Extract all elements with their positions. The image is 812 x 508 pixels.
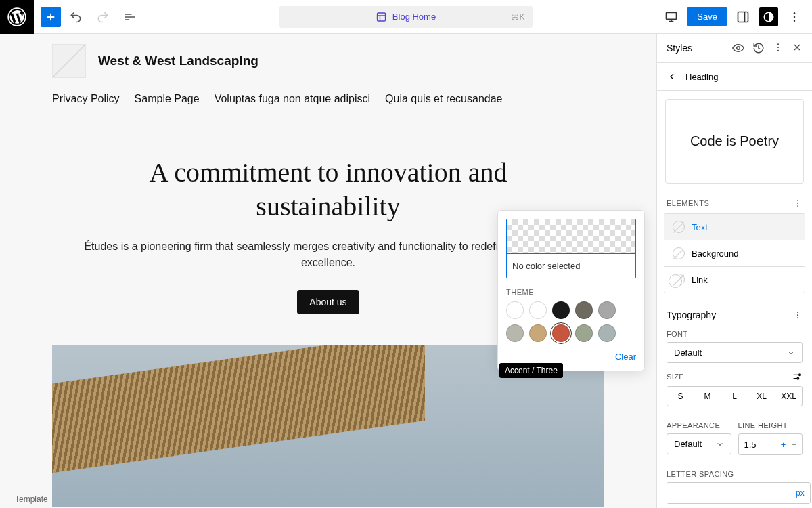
document-overview-button[interactable] <box>118 5 142 29</box>
site-logo-placeholder[interactable] <box>52 44 86 78</box>
typography-controls: FONT Default SIZE S M L XL XXL APPEARANC… <box>657 330 812 508</box>
element-text[interactable]: Text <box>664 214 805 240</box>
elements-label: ELEMENTS <box>667 199 709 207</box>
chevron-down-icon <box>716 440 724 448</box>
close-icon <box>792 42 803 53</box>
size-xxl[interactable]: XXL <box>775 387 802 406</box>
swatch[interactable] <box>552 301 570 319</box>
swatch[interactable] <box>575 301 593 319</box>
svg-point-7 <box>794 20 796 22</box>
nav-item[interactable]: Voluptas fuga non atque adipisci <box>215 93 370 105</box>
add-block-button[interactable] <box>41 7 61 27</box>
svg-point-18 <box>799 374 801 376</box>
back-button[interactable] <box>667 71 677 82</box>
size-buttons: S M L XL XXL <box>667 386 803 406</box>
size-l[interactable]: L <box>721 387 748 406</box>
element-background[interactable]: Background <box>664 240 805 266</box>
svg-point-5 <box>794 12 796 14</box>
svg-point-13 <box>797 203 798 204</box>
size-m[interactable]: M <box>694 387 721 406</box>
list-icon <box>123 10 137 24</box>
swatch[interactable] <box>506 324 524 342</box>
swatch[interactable] <box>598 324 616 342</box>
svg-point-6 <box>794 16 796 18</box>
chevron-left-icon <box>667 71 677 82</box>
appearance-select[interactable]: Default <box>667 433 731 454</box>
preview-text: Code is Poetry <box>690 133 779 149</box>
redo-icon <box>96 10 110 24</box>
letterspacing-unit[interactable]: px <box>790 483 810 503</box>
color-preview[interactable]: No color selected <box>506 219 636 278</box>
lineheight-increment[interactable]: + <box>778 440 789 450</box>
size-settings-button[interactable] <box>792 371 803 382</box>
svg-point-19 <box>797 377 799 379</box>
sidebar-breadcrumb: Heading <box>657 63 812 91</box>
site-header: West & West Landscaping <box>0 44 656 78</box>
nav-item[interactable]: Privacy Policy <box>52 93 120 105</box>
breadcrumb-label: Heading <box>685 72 718 82</box>
elements-more-button[interactable] <box>793 198 803 208</box>
nav-item[interactable]: Sample Page <box>135 93 200 105</box>
eye-icon <box>732 42 744 54</box>
svg-point-11 <box>777 50 779 51</box>
view-button[interactable] <box>659 5 683 29</box>
history-icon <box>752 42 765 54</box>
more-styles-button[interactable] <box>773 42 784 54</box>
letterspacing-input[interactable]: px <box>667 482 811 504</box>
wordpress-logo[interactable] <box>0 0 34 34</box>
svg-rect-2 <box>667 12 677 19</box>
font-label: FONT <box>667 330 803 338</box>
swatch[interactable] <box>529 324 547 342</box>
main-area: West & West Landscaping Privacy Policy S… <box>0 34 812 508</box>
swatch[interactable] <box>598 301 616 319</box>
font-value: Default <box>674 347 702 358</box>
element-link[interactable]: Link <box>664 266 805 293</box>
clear-link[interactable]: Clear <box>615 352 636 362</box>
size-s[interactable]: S <box>667 387 694 406</box>
style-book-button[interactable] <box>732 42 744 54</box>
dots-vertical-icon <box>788 10 801 24</box>
swatch[interactable] <box>529 301 547 319</box>
swatch[interactable] <box>575 324 593 342</box>
swatch-selected[interactable] <box>552 324 570 342</box>
size-xl[interactable]: XL <box>748 387 775 406</box>
footer-template-label: Template <box>15 494 48 504</box>
contrast-icon <box>763 11 775 23</box>
template-name: Blog Home <box>392 12 436 22</box>
nav-item[interactable]: Quia quis et recusandae <box>385 93 502 105</box>
settings-panel-button[interactable] <box>731 5 755 29</box>
hero-button[interactable]: About us <box>297 290 359 314</box>
swatch-tooltip: Accent / Three <box>499 363 563 378</box>
lineheight-decrement[interactable]: − <box>788 440 799 450</box>
letterspacing-field[interactable] <box>667 483 790 503</box>
toolbar-right-group: Save <box>659 5 807 29</box>
save-button[interactable]: Save <box>687 7 727 26</box>
svg-point-15 <box>797 312 798 313</box>
undo-button[interactable] <box>64 5 88 29</box>
empty-swatch-icon <box>673 221 685 233</box>
element-label: Background <box>692 249 738 259</box>
transparency-checker <box>507 219 635 253</box>
lineheight-input[interactable]: + − <box>738 433 803 455</box>
font-select[interactable]: Default <box>667 342 803 363</box>
element-label: Text <box>692 222 708 232</box>
styles-button[interactable] <box>759 7 778 26</box>
redo-button <box>91 5 115 29</box>
site-title[interactable]: West & West Landscaping <box>98 54 258 68</box>
lineheight-field[interactable] <box>742 440 778 450</box>
empty-swatch-double-icon <box>673 274 685 286</box>
swatch[interactable] <box>506 301 524 319</box>
svg-point-16 <box>797 314 798 316</box>
revisions-button[interactable] <box>752 42 765 54</box>
typography-more-button[interactable] <box>793 310 803 320</box>
svg-rect-3 <box>738 12 748 22</box>
keyboard-shortcut: ⌘K <box>511 12 524 22</box>
template-selector[interactable]: Blog Home ⌘K <box>279 6 533 28</box>
more-options-button[interactable] <box>782 5 807 29</box>
svg-point-12 <box>797 200 798 201</box>
sliders-icon <box>792 371 803 382</box>
empty-swatch-icon <box>673 247 685 259</box>
typography-section-header: Typography <box>657 301 812 323</box>
close-sidebar-button[interactable] <box>792 42 803 54</box>
svg-point-9 <box>777 43 779 45</box>
